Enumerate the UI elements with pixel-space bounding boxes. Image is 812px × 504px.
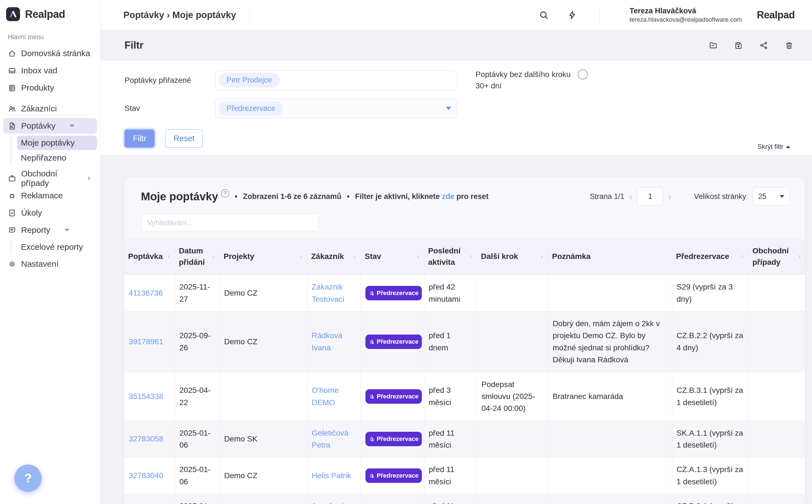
sidebar-item-business-cases[interactable]: Obchodní případy (3, 171, 97, 186)
filter-submit-button[interactable]: Filtr (124, 129, 155, 148)
chevron-down-icon (780, 195, 784, 198)
help-fab-button[interactable]: ? (14, 465, 42, 492)
share-icon[interactable] (759, 41, 768, 50)
sidebar-item-unassigned[interactable]: Nepřiřazeno (17, 151, 97, 165)
sidebar-nav: Domovská stránka Inbox vad Produkty Záka… (0, 45, 100, 273)
sidebar-item-settings[interactable]: Nastavení (3, 256, 97, 272)
sidebar-item-reports[interactable]: Reporty (3, 222, 97, 238)
prev-page-icon[interactable]: ‹ (624, 192, 637, 201)
sort-icon[interactable] (416, 254, 420, 260)
status-badge-label: Předrezervace (377, 434, 419, 444)
sort-icon[interactable] (540, 254, 544, 260)
sort-icon[interactable] (299, 254, 303, 260)
lead-id-link[interactable]: 39178961 (129, 337, 163, 346)
sort-icon[interactable] (211, 254, 216, 260)
sidebar-item-label: Inbox vad (21, 66, 57, 75)
filter-reset-button[interactable]: Reset (165, 129, 203, 148)
sidebar-item-label: Úkoly (21, 208, 42, 218)
cell-projekty: Demo CZ (220, 311, 307, 372)
cell-posledni-aktivita: před 1 dnem (424, 311, 477, 372)
column-label: Poslední aktivita (428, 245, 466, 268)
help-icon[interactable]: ? (221, 189, 229, 198)
save-icon[interactable] (734, 41, 743, 50)
user-info[interactable]: Tereza Hlaváčková tereza.hlavackova@real… (630, 6, 742, 23)
cell-projekty: Demo CZ (220, 494, 307, 504)
table-row: 411367362025-11-27Demo CZZakaznik Testov… (124, 275, 805, 311)
chevron-up-icon (786, 146, 790, 148)
records-info: Zobrazení 1-6 ze 6 záznamů (243, 192, 341, 201)
trash-icon[interactable] (784, 41, 794, 50)
customer-link[interactable]: O'home DEMO (312, 386, 339, 406)
folder-icon[interactable] (709, 41, 718, 50)
lead-id-link[interactable]: 35154338 (129, 392, 163, 401)
cell-dalsi-krok (477, 457, 548, 494)
user-avatar[interactable]: T (611, 8, 625, 22)
sidebar-submenu-leads: Moje poptávky Nepřiřazeno (3, 135, 97, 166)
page-size-select[interactable]: 25 (753, 188, 789, 205)
cell-projekty: Demo CZ (220, 275, 307, 311)
column-header-obchodni-pripady[interactable]: Obchodní případy (748, 239, 805, 275)
column-header-projekty[interactable]: Projekty (220, 239, 307, 275)
customer-link[interactable]: Zakaznik Testovaci (312, 283, 344, 303)
sidebar-item-excel-reports[interactable]: Excelové reporty (17, 240, 97, 254)
cell-dalsi-krok (477, 275, 548, 311)
sidebar-submenu-reports: Excelové reporty (3, 239, 97, 255)
next-page-icon[interactable]: › (663, 192, 676, 201)
lead-id-link[interactable]: 32783058 (129, 435, 163, 443)
lead-id-link[interactable]: 41136736 (129, 289, 163, 297)
sidebar-item-home[interactable]: Domovská stránka (3, 46, 97, 61)
filter-active-info: Filter je aktivní, kliknete zde pro rese… (355, 192, 489, 201)
sidebar-logo[interactable]: Realpad (0, 0, 100, 21)
column-header-dalsi-krok[interactable]: Další krok (477, 239, 548, 275)
reset-filter-link[interactable]: zde (442, 192, 454, 201)
sidebar-item-label: Reklamace (21, 191, 63, 200)
search-icon[interactable] (539, 10, 549, 20)
cell-datum-pridani: 2025-11-27 (175, 275, 220, 311)
customer-link[interactable]: Geletičová Petra (312, 429, 348, 449)
lead-id-link[interactable]: 32783040 (129, 471, 163, 480)
sort-icon[interactable] (740, 254, 744, 260)
topbar: Poptávky › Moje poptávky T Tereza Hlaváč… (101, 0, 812, 30)
sidebar-item-inbox[interactable]: Inbox vad (3, 63, 97, 78)
customer-link[interactable]: Janušová Libuše (312, 502, 345, 504)
cell-stav: Předrezervace (361, 421, 424, 457)
page-number-input[interactable] (637, 188, 663, 205)
assigned-input[interactable]: Petr Prodejce (215, 71, 457, 90)
column-header-zakaznik[interactable]: Zákazník (307, 239, 361, 275)
search-input[interactable] (141, 214, 319, 231)
sidebar-item-leads[interactable]: Poptávky (3, 118, 97, 134)
sidebar-item-tasks[interactable]: Úkoly (3, 205, 97, 221)
column-header-predrezervace[interactable]: Předrezervace (672, 239, 748, 275)
status-chip[interactable]: Předrezervace (219, 101, 283, 116)
lightning-icon[interactable] (567, 10, 577, 20)
status-select[interactable]: Předrezervace (215, 99, 457, 118)
sidebar-item-customers[interactable]: Zákazníci (3, 101, 97, 116)
cell-obchodni-pripady (748, 421, 805, 457)
no-next-step-radio[interactable] (578, 69, 588, 79)
assigned-chip[interactable]: Petr Prodejce (219, 73, 280, 88)
hide-filter-label: Skrýt filtr (758, 143, 783, 151)
column-header-poptavka[interactable]: Poptávka (124, 239, 175, 275)
sort-icon[interactable] (469, 254, 473, 260)
sort-icon[interactable] (166, 254, 171, 260)
cell-zakaznik: Helis Patrik (307, 457, 361, 494)
column-header-datum-pridani[interactable]: Datum přidání (175, 239, 220, 275)
customer-link[interactable]: Helis Patrik (312, 471, 351, 480)
customer-link[interactable]: Rádková Ivana (312, 331, 343, 352)
cell-poptavka: 35154338 (124, 372, 175, 421)
sort-icon[interactable] (797, 254, 802, 260)
cell-projekty: Demo CZ (220, 457, 307, 494)
column-label: Další krok (481, 251, 518, 262)
sidebar-item-my-leads[interactable]: Moje poptávky (17, 136, 97, 150)
hide-filter-link[interactable]: Skrýt filtr (758, 143, 790, 151)
breadcrumb[interactable]: Poptávky › Moje poptávky (123, 10, 236, 20)
sort-icon[interactable] (352, 254, 357, 260)
page-size-label: Velikost stránky (694, 192, 746, 201)
tasks-icon (8, 209, 16, 217)
sidebar-item-complaints[interactable]: Reklamace (3, 188, 97, 203)
realpad-logo-icon (6, 7, 20, 21)
cell-obchodni-pripady (748, 457, 805, 494)
column-header-stav[interactable]: Stav (361, 239, 424, 275)
column-header-posledni-aktivita[interactable]: Poslední aktivita (424, 239, 477, 275)
sidebar-item-products[interactable]: Produkty (3, 80, 97, 96)
